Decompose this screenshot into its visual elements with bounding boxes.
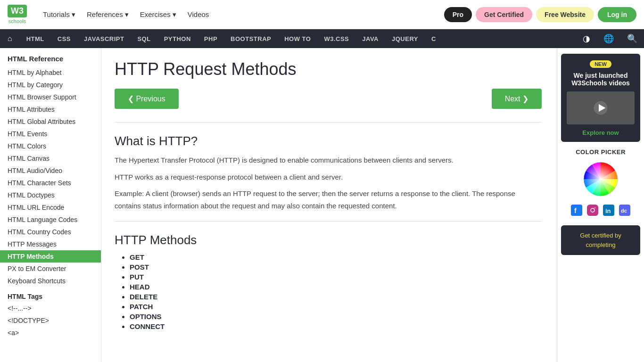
method-list: GETPOSTPUTHEADDELETEPATCHOPTIONSCONNECT: [115, 253, 542, 330]
language-button[interactable]: 🌐: [597, 29, 620, 48]
chevron-down-icon: ▾: [125, 10, 129, 19]
divider-2: [115, 221, 542, 222]
sidebar-item-html-canvas[interactable]: HTML Canvas: [0, 152, 101, 165]
sidebar-item-px-to-em-converter[interactable]: PX to EM Converter: [0, 263, 101, 275]
sidebar-item-html-global-attributes[interactable]: HTML Global Attributes: [0, 115, 101, 128]
nav-c[interactable]: C: [425, 29, 443, 48]
search-button[interactable]: 🔍: [620, 29, 644, 48]
http-methods-title: HTTP Methods: [115, 233, 542, 247]
sidebar-items: HTML by AlphabetHTML by CategoryHTML Bro…: [0, 66, 101, 287]
svg-rect-4: [571, 205, 582, 216]
para-2: HTTP works as a request-response protoco…: [115, 171, 542, 183]
method-item: GET: [130, 253, 542, 261]
play-icon: [593, 100, 608, 115]
logo-w3: W3: [8, 5, 27, 18]
sidebar-item-html-url-encode[interactable]: HTML URL Encode: [0, 201, 101, 214]
method-item: OPTIONS: [130, 313, 542, 321]
sidebar-tag-!--...--[interactable]: <!--...-->: [0, 302, 101, 314]
color-picker-section: COLOR PICKER: [561, 148, 640, 198]
svg-text:in: in: [605, 207, 611, 214]
sidebar-item-html-audio/video[interactable]: HTML Audio/Video: [0, 165, 101, 177]
nav-sql[interactable]: SQL: [131, 29, 157, 48]
chevron-down-icon: ▾: [173, 10, 176, 19]
sidebar-item-html-country-codes[interactable]: HTML Country Codes: [0, 226, 101, 238]
nav-bootstrap[interactable]: BOOTSTRAP: [224, 29, 278, 48]
references-menu[interactable]: References ▾: [82, 8, 133, 22]
exercises-menu[interactable]: Exercises ▾: [135, 8, 181, 22]
discord-icon[interactable]: dc: [619, 205, 630, 219]
method-item: POST: [130, 263, 542, 271]
instagram-icon[interactable]: [587, 205, 598, 219]
nav-w3css[interactable]: W3.CSS: [317, 29, 355, 48]
top-navigation: W3 schools Tutorials ▾ References ▾ Exer…: [0, 0, 644, 29]
logo-schools: schools: [8, 18, 26, 24]
sidebar-item-html-doctypes[interactable]: HTML Doctypes: [0, 189, 101, 201]
sidebar-item-html-attributes[interactable]: HTML Attributes: [0, 103, 101, 115]
sidebar-item-keyboard-shortcuts[interactable]: Keyboard Shortcuts: [0, 275, 101, 287]
color-wheel[interactable]: [582, 160, 619, 198]
nav-html[interactable]: HTML: [20, 29, 51, 48]
nav-css[interactable]: CSS: [51, 29, 77, 48]
nav-javascript[interactable]: JAVASCRIPT: [77, 29, 131, 48]
color-wheel-svg: [582, 160, 619, 198]
tutorials-menu[interactable]: Tutorials ▾: [38, 8, 80, 22]
para-1: The Hypertext Transfer Protocol (HTTP) i…: [115, 154, 542, 166]
method-item: PUT: [130, 273, 542, 281]
get-certified-button[interactable]: Get Certified: [476, 7, 532, 22]
sidebar-item-http-methods[interactable]: HTTP Methods: [0, 250, 101, 263]
second-navigation: ⌂ HTML CSS JAVASCRIPT SQL PYTHON PHP BOO…: [0, 29, 644, 48]
svg-rect-6: [587, 205, 598, 216]
method-item: CONNECT: [130, 322, 542, 330]
promo-video-thumb[interactable]: [567, 91, 635, 124]
sidebar-item-html-events[interactable]: HTML Events: [0, 128, 101, 140]
nav-java[interactable]: JAVA: [355, 29, 385, 48]
sidebar-item-html-by-alphabet[interactable]: HTML by Alphabet: [0, 66, 101, 79]
chevron-down-icon: ▾: [72, 10, 75, 19]
globe-icon: 🌐: [603, 33, 614, 44]
home-icon: ⌂: [8, 34, 12, 43]
prev-button[interactable]: ❮ Previous: [115, 89, 179, 109]
login-button[interactable]: Log in: [598, 7, 636, 22]
sidebar-item-html-colors[interactable]: HTML Colors: [0, 140, 101, 152]
nav-buttons: ❮ Previous Next ❯: [115, 89, 542, 109]
method-item: DELETE: [130, 293, 542, 301]
main-content: HTTP Request Methods ❮ Previous Next ❯ W…: [101, 48, 557, 362]
home-button[interactable]: ⌂: [0, 29, 20, 48]
nav-howto[interactable]: HOW TO: [278, 29, 317, 48]
videos-link[interactable]: Videos: [183, 8, 214, 22]
facebook-icon[interactable]: f: [571, 205, 582, 219]
sidebar-item-html-language-codes[interactable]: HTML Language Codes: [0, 214, 101, 226]
page-title: HTTP Request Methods: [115, 59, 542, 79]
free-website-button[interactable]: Free Website: [536, 7, 594, 22]
sidebar-item-html-browser-support[interactable]: HTML Browser Support: [0, 91, 101, 103]
sidebar-item-html-character-sets[interactable]: HTML Character Sets: [0, 177, 101, 189]
sidebar-tag-a[interactable]: <a>: [0, 327, 101, 339]
nav-php[interactable]: PHP: [198, 29, 224, 48]
sidebar-tags: <!--...--><!DOCTYPE><a>: [0, 302, 101, 339]
sidebar-tag-!doctype[interactable]: <!DOCTYPE>: [0, 314, 101, 327]
svg-text:dc: dc: [621, 208, 627, 214]
theme-toggle-button[interactable]: ◑: [576, 29, 597, 48]
nav-jquery[interactable]: JQUERY: [385, 29, 425, 48]
color-picker-title: COLOR PICKER: [561, 148, 640, 156]
method-item: PATCH: [130, 303, 542, 311]
para-3: Example: A client (browser) sends an HTT…: [115, 188, 542, 212]
search-icon: 🔍: [627, 33, 637, 44]
nav-python[interactable]: PYTHON: [157, 29, 198, 48]
social-row: f in dc: [561, 205, 640, 219]
what-is-http-title: What is HTTP?: [115, 134, 542, 148]
method-item: HEAD: [130, 283, 542, 291]
next-button[interactable]: Next ❯: [492, 89, 542, 109]
promo-box: NEW We just launched W3Schools videos Ex…: [561, 54, 640, 142]
linkedin-icon[interactable]: in: [603, 205, 614, 219]
sidebar-item-html-by-category[interactable]: HTML by Category: [0, 79, 101, 91]
tags-heading: HTML Tags: [0, 287, 101, 302]
explore-link[interactable]: Explore now: [567, 129, 635, 136]
logo[interactable]: W3 schools: [8, 5, 27, 25]
right-sidebar: NEW We just launched W3Schools videos Ex…: [557, 48, 644, 362]
sidebar-heading: HTML Reference: [0, 48, 101, 66]
sidebar-item-http-messages[interactable]: HTTP Messages: [0, 238, 101, 250]
pro-button[interactable]: Pro: [444, 7, 472, 22]
svg-point-8: [594, 207, 595, 208]
contrast-icon: ◑: [583, 33, 590, 44]
